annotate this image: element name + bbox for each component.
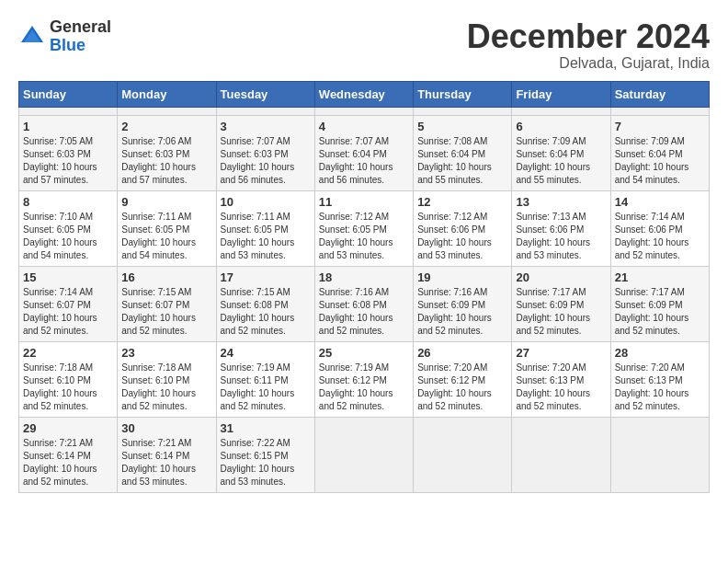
day-number: 31 xyxy=(221,421,311,435)
weekday-header-saturday: Saturday xyxy=(610,81,709,107)
calendar-cell: 5Sunrise: 7:08 AMSunset: 6:04 PMDaylight… xyxy=(414,115,512,190)
calendar-cell: 7Sunrise: 7:09 AMSunset: 6:04 PMDaylight… xyxy=(610,115,709,190)
week-row-5: 29Sunrise: 7:21 AMSunset: 6:14 PMDayligh… xyxy=(19,417,710,492)
calendar-cell: 1Sunrise: 7:05 AMSunset: 6:03 PMDaylight… xyxy=(19,115,118,190)
calendar-cell: 2Sunrise: 7:06 AMSunset: 6:03 PMDaylight… xyxy=(118,115,216,190)
day-number: 2 xyxy=(121,120,211,133)
day-info: Sunrise: 7:08 AMSunset: 6:04 PMDaylight:… xyxy=(417,135,507,187)
day-info: Sunrise: 7:15 AMSunset: 6:07 PMDaylight:… xyxy=(121,286,211,338)
day-info: Sunrise: 7:18 AMSunset: 6:10 PMDaylight:… xyxy=(23,362,113,413)
calendar-table: SundayMondayTuesdayWednesdayThursdayFrid… xyxy=(18,81,710,493)
day-number: 19 xyxy=(417,270,507,284)
day-info: Sunrise: 7:20 AMSunset: 6:13 PMDaylight:… xyxy=(516,362,606,413)
calendar-cell xyxy=(512,107,610,115)
calendar-cell: 15Sunrise: 7:14 AMSunset: 6:07 PMDayligh… xyxy=(19,266,118,341)
calendar-cell: 16Sunrise: 7:15 AMSunset: 6:07 PMDayligh… xyxy=(118,266,216,341)
day-info: Sunrise: 7:17 AMSunset: 6:09 PMDaylight:… xyxy=(516,286,606,338)
calendar-cell xyxy=(414,417,512,492)
day-number: 20 xyxy=(516,270,606,284)
day-number: 16 xyxy=(121,270,211,284)
calendar-cell xyxy=(118,107,216,115)
day-number: 10 xyxy=(221,195,311,209)
calendar-cell: 10Sunrise: 7:11 AMSunset: 6:05 PMDayligh… xyxy=(216,190,314,266)
day-number: 8 xyxy=(23,195,113,209)
calendar-cell: 3Sunrise: 7:07 AMSunset: 6:03 PMDaylight… xyxy=(216,115,314,190)
weekday-header-friday: Friday xyxy=(512,81,610,107)
day-info: Sunrise: 7:07 AMSunset: 6:04 PMDaylight:… xyxy=(319,135,409,187)
calendar-cell: 14Sunrise: 7:14 AMSunset: 6:06 PMDayligh… xyxy=(610,190,709,266)
page-header: General Blue December 2024 Delvada, Guja… xyxy=(18,18,710,72)
day-number: 23 xyxy=(121,346,211,360)
day-number: 15 xyxy=(23,270,113,284)
day-info: Sunrise: 7:17 AMSunset: 6:09 PMDaylight:… xyxy=(615,286,705,338)
day-info: Sunrise: 7:14 AMSunset: 6:06 PMDaylight:… xyxy=(615,211,705,262)
calendar-cell xyxy=(314,417,413,492)
calendar-cell xyxy=(414,107,512,115)
weekday-header-row: SundayMondayTuesdayWednesdayThursdayFrid… xyxy=(19,81,710,107)
day-info: Sunrise: 7:21 AMSunset: 6:14 PMDaylight:… xyxy=(23,437,113,488)
calendar-cell xyxy=(19,107,118,115)
day-info: Sunrise: 7:20 AMSunset: 6:12 PMDaylight:… xyxy=(417,362,507,413)
weekday-header-sunday: Sunday xyxy=(19,81,118,107)
day-info: Sunrise: 7:12 AMSunset: 6:05 PMDaylight:… xyxy=(319,211,409,262)
day-number: 5 xyxy=(417,120,507,133)
day-info: Sunrise: 7:07 AMSunset: 6:03 PMDaylight:… xyxy=(221,135,311,187)
day-number: 6 xyxy=(516,120,606,133)
month-title: December 2024 xyxy=(467,18,710,55)
day-info: Sunrise: 7:09 AMSunset: 6:04 PMDaylight:… xyxy=(615,135,705,187)
day-info: Sunrise: 7:12 AMSunset: 6:06 PMDaylight:… xyxy=(417,211,507,262)
week-row-2: 8Sunrise: 7:10 AMSunset: 6:05 PMDaylight… xyxy=(19,190,710,266)
calendar-cell: 26Sunrise: 7:20 AMSunset: 6:12 PMDayligh… xyxy=(414,341,512,417)
calendar-cell: 11Sunrise: 7:12 AMSunset: 6:05 PMDayligh… xyxy=(314,190,413,266)
calendar-cell: 23Sunrise: 7:18 AMSunset: 6:10 PMDayligh… xyxy=(118,341,216,417)
day-info: Sunrise: 7:16 AMSunset: 6:08 PMDaylight:… xyxy=(319,286,409,338)
calendar-cell: 30Sunrise: 7:21 AMSunset: 6:14 PMDayligh… xyxy=(118,417,216,492)
day-number: 7 xyxy=(615,120,705,133)
calendar-cell: 19Sunrise: 7:16 AMSunset: 6:09 PMDayligh… xyxy=(414,266,512,341)
logo: General Blue xyxy=(18,18,111,55)
calendar-cell: 4Sunrise: 7:07 AMSunset: 6:04 PMDaylight… xyxy=(314,115,413,190)
calendar-cell: 24Sunrise: 7:19 AMSunset: 6:11 PMDayligh… xyxy=(216,341,314,417)
day-number: 30 xyxy=(121,421,211,435)
location: Delvada, Gujarat, India xyxy=(467,55,710,72)
title-block: December 2024 Delvada, Gujarat, India xyxy=(467,18,710,72)
weekday-header-tuesday: Tuesday xyxy=(216,81,314,107)
calendar-cell: 28Sunrise: 7:20 AMSunset: 6:13 PMDayligh… xyxy=(610,341,709,417)
calendar-cell: 18Sunrise: 7:16 AMSunset: 6:08 PMDayligh… xyxy=(314,266,413,341)
weekday-header-monday: Monday xyxy=(118,81,216,107)
calendar-cell xyxy=(216,107,314,115)
logo-text: General Blue xyxy=(50,18,111,55)
calendar-cell: 27Sunrise: 7:20 AMSunset: 6:13 PMDayligh… xyxy=(512,341,610,417)
calendar-cell: 17Sunrise: 7:15 AMSunset: 6:08 PMDayligh… xyxy=(216,266,314,341)
week-row-4: 22Sunrise: 7:18 AMSunset: 6:10 PMDayligh… xyxy=(19,341,710,417)
week-row-0 xyxy=(19,107,710,115)
day-info: Sunrise: 7:18 AMSunset: 6:10 PMDaylight:… xyxy=(121,362,211,413)
calendar-cell: 13Sunrise: 7:13 AMSunset: 6:06 PMDayligh… xyxy=(512,190,610,266)
day-number: 21 xyxy=(615,270,705,284)
calendar-cell: 31Sunrise: 7:22 AMSunset: 6:15 PMDayligh… xyxy=(216,417,314,492)
day-info: Sunrise: 7:11 AMSunset: 6:05 PMDaylight:… xyxy=(221,211,311,262)
week-row-1: 1Sunrise: 7:05 AMSunset: 6:03 PMDaylight… xyxy=(19,115,710,190)
day-info: Sunrise: 7:14 AMSunset: 6:07 PMDaylight:… xyxy=(23,286,113,338)
day-number: 9 xyxy=(121,195,211,209)
day-number: 3 xyxy=(221,120,311,133)
calendar-cell: 20Sunrise: 7:17 AMSunset: 6:09 PMDayligh… xyxy=(512,266,610,341)
day-info: Sunrise: 7:06 AMSunset: 6:03 PMDaylight:… xyxy=(121,135,211,187)
day-number: 25 xyxy=(319,346,409,360)
day-number: 12 xyxy=(417,195,507,209)
day-info: Sunrise: 7:15 AMSunset: 6:08 PMDaylight:… xyxy=(221,286,311,338)
week-row-3: 15Sunrise: 7:14 AMSunset: 6:07 PMDayligh… xyxy=(19,266,710,341)
calendar-cell: 12Sunrise: 7:12 AMSunset: 6:06 PMDayligh… xyxy=(414,190,512,266)
day-number: 28 xyxy=(615,346,705,360)
day-number: 27 xyxy=(516,346,606,360)
calendar-cell xyxy=(610,107,709,115)
calendar-cell: 21Sunrise: 7:17 AMSunset: 6:09 PMDayligh… xyxy=(610,266,709,341)
calendar-cell xyxy=(512,417,610,492)
calendar-cell: 8Sunrise: 7:10 AMSunset: 6:05 PMDaylight… xyxy=(19,190,118,266)
logo-icon xyxy=(18,23,46,51)
day-info: Sunrise: 7:05 AMSunset: 6:03 PMDaylight:… xyxy=(23,135,113,187)
day-number: 13 xyxy=(516,195,606,209)
calendar-cell xyxy=(314,107,413,115)
day-info: Sunrise: 7:19 AMSunset: 6:11 PMDaylight:… xyxy=(221,362,311,413)
day-info: Sunrise: 7:10 AMSunset: 6:05 PMDaylight:… xyxy=(23,211,113,262)
